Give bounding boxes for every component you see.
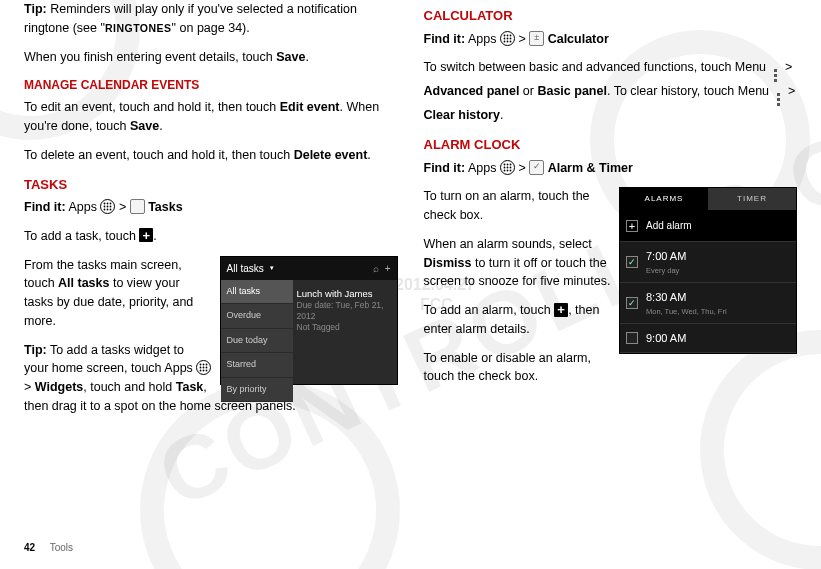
- filter-all-tasks[interactable]: All tasks: [221, 280, 293, 305]
- text: .: [367, 148, 370, 162]
- alarm-app-icon: [529, 160, 544, 175]
- page-footer: 42 Tools: [24, 540, 73, 555]
- text: Apps: [66, 200, 101, 214]
- task-item-title: Lunch with James: [297, 288, 389, 300]
- section-name: Tools: [50, 542, 73, 553]
- calculator-label: Calculator: [548, 32, 609, 46]
- svg-point-29: [510, 163, 512, 165]
- tasks-label: Tasks: [148, 200, 183, 214]
- alarm-time: 8:30 AM: [646, 291, 686, 303]
- svg-point-6: [104, 209, 106, 211]
- task-label: Task: [176, 380, 204, 394]
- svg-point-24: [504, 40, 506, 42]
- svg-point-20: [510, 34, 512, 36]
- filter-due-today[interactable]: Due today: [221, 329, 293, 354]
- alarm-checkbox[interactable]: [626, 256, 638, 268]
- text: Apps: [465, 161, 500, 175]
- delete-event-label: Delete event: [294, 148, 368, 162]
- plus-icon: +: [626, 220, 638, 232]
- heading-alarm-clock: ALARM CLOCK: [424, 135, 798, 155]
- text: To switch between basic and advanced fun…: [424, 60, 770, 74]
- heading-tasks: TASKS: [24, 175, 398, 195]
- alarm-time: 7:00 AM: [646, 250, 686, 262]
- svg-point-1: [107, 203, 109, 205]
- filter-by-priority[interactable]: By priority: [221, 378, 293, 403]
- svg-point-27: [504, 163, 506, 165]
- svg-point-31: [507, 166, 509, 168]
- svg-point-25: [507, 40, 509, 42]
- menu-icon: [770, 68, 782, 83]
- svg-point-15: [200, 370, 202, 372]
- svg-point-11: [206, 364, 208, 366]
- text: " on page 34).: [172, 21, 250, 35]
- plus-icon: +: [554, 303, 568, 317]
- svg-point-32: [510, 166, 512, 168]
- edit-event-label: Edit event: [280, 100, 340, 114]
- text: .: [153, 229, 156, 243]
- tasks-screenshot: All tasks ▾ ⌕ + All tasks Overdue Due to…: [220, 256, 398, 385]
- calculator-app-icon: [529, 31, 544, 46]
- svg-point-5: [110, 206, 112, 208]
- text: To edit an event, touch and hold it, the…: [24, 100, 280, 114]
- plus-icon: +: [139, 228, 153, 242]
- text: >: [788, 84, 795, 98]
- svg-point-17: [206, 370, 208, 372]
- tip-label: Tip:: [24, 2, 47, 16]
- left-column: Tip: Reminders will play only if you've …: [24, 0, 398, 426]
- tasks-filter-menu: All tasks Overdue Due today Starred By p…: [221, 280, 293, 403]
- add-task-instruction: To add a task, touch +.: [24, 227, 398, 246]
- alarm-row[interactable]: 8:30 AM Mon, Tue, Wed, Thu, Fri: [620, 283, 796, 324]
- dismiss-label: Dismiss: [424, 256, 472, 270]
- tab-alarms[interactable]: ALARMS: [620, 188, 708, 210]
- svg-point-21: [504, 37, 506, 39]
- add-icon[interactable]: +: [385, 261, 391, 276]
- svg-point-4: [107, 206, 109, 208]
- svg-point-9: [200, 364, 202, 366]
- menu-icon: [773, 92, 785, 107]
- delete-event-instruction: To delete an event, touch and hold it, t…: [24, 146, 398, 165]
- svg-point-8: [110, 209, 112, 211]
- save-instruction: When you finish entering event details, …: [24, 48, 398, 67]
- svg-point-26: [510, 40, 512, 42]
- svg-point-16: [203, 370, 205, 372]
- tasks-app-icon: [130, 199, 145, 214]
- edit-event-instruction: To edit an event, touch and hold it, the…: [24, 98, 398, 136]
- svg-point-13: [203, 367, 205, 369]
- alarm-time: 9:00 AM: [646, 332, 686, 344]
- add-alarm-button[interactable]: + Add alarm: [620, 210, 796, 242]
- alarm-checkbox[interactable]: [626, 297, 638, 309]
- task-item-tag: Not Tagged: [297, 322, 389, 333]
- alarm-repeat: Mon, Tue, Wed, Thu, Fri: [646, 306, 790, 317]
- filter-starred[interactable]: Starred: [221, 353, 293, 378]
- tab-timer[interactable]: TIMER: [708, 188, 796, 210]
- apps-icon: [196, 360, 211, 375]
- find-it-calculator: Find it: Apps > Calculator: [424, 30, 798, 49]
- text: , touch and hold: [83, 380, 175, 394]
- svg-point-34: [507, 169, 509, 171]
- text: .: [159, 119, 162, 133]
- save-label: Save: [276, 50, 305, 64]
- all-tasks-label: All tasks: [58, 276, 109, 290]
- alarm-row[interactable]: 9:00 AM: [620, 324, 796, 354]
- basic-panel-label: Basic panel: [537, 84, 606, 98]
- svg-point-7: [107, 209, 109, 211]
- text: or: [519, 84, 537, 98]
- page-number: 42: [24, 542, 35, 553]
- find-it-alarm: Find it: Apps > Alarm & Timer: [424, 159, 798, 178]
- right-column: CALCULATOR Find it: Apps > Calculator To…: [424, 0, 798, 426]
- apps-icon: [500, 160, 515, 175]
- alarm-checkbox[interactable]: [626, 332, 638, 344]
- task-item-due: Due date: Tue, Feb 21, 2012: [297, 300, 389, 322]
- alarm-row[interactable]: 7:00 AM Every day: [620, 242, 796, 283]
- text: >: [785, 60, 792, 74]
- clear-history-label: Clear history: [424, 108, 500, 122]
- text: When you finish entering event details, …: [24, 50, 276, 64]
- ringtones-ref: RINGTONES: [105, 22, 172, 34]
- search-icon[interactable]: ⌕: [373, 261, 379, 276]
- filter-overdue[interactable]: Overdue: [221, 304, 293, 329]
- find-it-label: Find it:: [424, 161, 466, 175]
- task-item[interactable]: Lunch with James Due date: Tue, Feb 21, …: [293, 284, 393, 337]
- svg-point-22: [507, 37, 509, 39]
- add-alarm-label: Add alarm: [646, 218, 692, 233]
- svg-point-33: [504, 169, 506, 171]
